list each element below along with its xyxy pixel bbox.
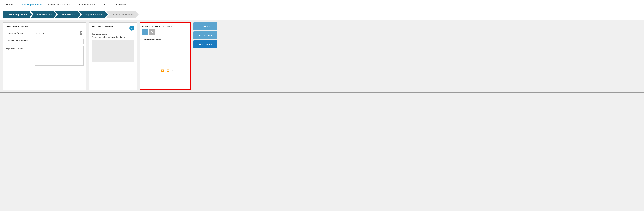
previous-button[interactable]: PREVIOUS bbox=[194, 32, 218, 39]
attachment-name-column-header: Attachment Name bbox=[142, 37, 188, 42]
pagination-prev-button[interactable]: ⏪ bbox=[160, 69, 164, 72]
purchase-order-panel: PURCHASE ORDER Transaction Amount bbox=[3, 23, 86, 90]
attachment-list-body bbox=[142, 42, 188, 68]
transaction-amount-label: Transaction Amount bbox=[6, 31, 33, 34]
step-order-confirmation[interactable]: Order Confirmation bbox=[106, 11, 138, 18]
attachments-header: ATTACHMENTS No Records bbox=[142, 25, 188, 28]
billing-header: BILLING ADDRESS bbox=[92, 25, 134, 31]
transaction-amount-input-group bbox=[35, 31, 84, 36]
payment-comments-row: Payment Comments bbox=[6, 46, 84, 66]
company-name-label: Company Name bbox=[92, 33, 134, 35]
top-navigation: Home Create Repair Order Check Repair St… bbox=[0, 0, 644, 9]
nav-item-assets[interactable]: Assets bbox=[100, 1, 113, 9]
svg-line-5 bbox=[132, 29, 133, 29]
transaction-amount-input[interactable] bbox=[35, 31, 78, 36]
purchase-order-number-label: Purchase Order Number bbox=[6, 39, 33, 42]
purchase-order-title: PURCHASE ORDER bbox=[6, 25, 84, 28]
payment-comments-textarea[interactable] bbox=[35, 46, 84, 66]
purchase-order-number-row: Purchase Order Number bbox=[6, 39, 84, 44]
attachments-panel: ATTACHMENTS No Records + ✕ Attachment Na… bbox=[140, 23, 191, 90]
main-content: PURCHASE ORDER Transaction Amount bbox=[0, 20, 644, 93]
payment-comments-label: Payment Comments bbox=[6, 46, 33, 50]
nav-item-check-entitlement[interactable]: Check Entitlement bbox=[74, 1, 100, 9]
add-attachment-button[interactable]: + bbox=[142, 29, 148, 35]
nav-item-create-repair-order[interactable]: Create Repair Order bbox=[16, 1, 45, 9]
billing-address-textarea[interactable] bbox=[92, 40, 134, 62]
step-add-products[interactable]: Add Products bbox=[30, 11, 56, 18]
step-review-cart[interactable]: Review Cart bbox=[55, 11, 80, 18]
right-action-buttons: SUBMIT PREVIOUS NEED HELP bbox=[194, 23, 218, 48]
billing-search-icon[interactable] bbox=[130, 26, 134, 31]
svg-rect-1 bbox=[80, 32, 81, 33]
billing-address-panel: BILLING ADDRESS Company Name Zebra Techn… bbox=[89, 23, 137, 90]
need-help-button[interactable]: NEED HELP bbox=[194, 41, 218, 48]
step-shipping-details[interactable]: Shipping Details bbox=[3, 11, 32, 18]
company-name-value: Zebra Technologies Australia Pty Ltd bbox=[92, 36, 134, 38]
attachment-action-buttons: + ✕ bbox=[142, 29, 188, 35]
nav-item-contracts[interactable]: Contracts bbox=[113, 1, 130, 9]
document-icon[interactable] bbox=[79, 31, 84, 36]
pagination-last-button[interactable]: ⏭ bbox=[171, 69, 175, 72]
transaction-amount-row: Transaction Amount bbox=[6, 31, 84, 36]
attachment-pagination: ⏮ ⏪ ⏩ ⏭ bbox=[142, 68, 188, 73]
pagination-first-button[interactable]: ⏮ bbox=[156, 69, 159, 72]
step-payment-details[interactable]: Payment Details bbox=[79, 11, 108, 18]
nav-item-home[interactable]: Home bbox=[3, 1, 16, 9]
attachment-list: Attachment Name ⏮ ⏪ ⏩ ⏭ bbox=[142, 37, 188, 73]
nav-item-check-repair-status[interactable]: Check Repair Status bbox=[45, 1, 74, 9]
attachments-title: ATTACHMENTS bbox=[142, 25, 160, 28]
pagination-next-button[interactable]: ⏩ bbox=[166, 69, 170, 72]
no-records-badge: No Records bbox=[162, 25, 174, 28]
purchase-order-number-input[interactable] bbox=[35, 39, 84, 44]
billing-address-title: BILLING ADDRESS bbox=[92, 25, 114, 28]
steps-bar: Shipping Details Add Products Review Car… bbox=[0, 9, 644, 20]
delete-attachment-button[interactable]: ✕ bbox=[149, 29, 155, 35]
submit-button[interactable]: SUBMIT bbox=[194, 23, 218, 30]
